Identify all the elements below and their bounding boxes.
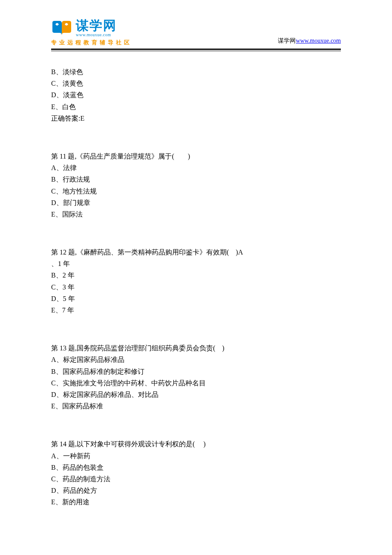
- option-line: C、药品的制造方法: [51, 473, 341, 485]
- option-line: D、淡蓝色: [51, 89, 341, 101]
- option-line: C、地方性法规: [51, 185, 341, 197]
- option-line: C、实施批准文号治理的中药材、中药饮片品种名目: [51, 377, 341, 389]
- option-line: E、7 年: [51, 304, 341, 316]
- option-line: B、药品的包装盒: [51, 462, 341, 473]
- logo-tagline: 专业远程教育辅导社区: [51, 39, 132, 46]
- option-line: B、淡绿色: [51, 66, 341, 78]
- site-url-link[interactable]: www.mouxue.com: [296, 38, 341, 44]
- site-label: 谋学网: [278, 38, 296, 44]
- option-line: E、国家药品标准: [51, 400, 341, 412]
- option-line: B、国家药品标准的制定和修订: [51, 366, 341, 377]
- option-line: C、淡黄色: [51, 78, 341, 89]
- question-block: 第 12 题,《麻醉药品、第一类精神药品购用印鉴卡》有效期( )A 、1 年 B…: [51, 246, 341, 316]
- option-line: D、部门规章: [51, 197, 341, 208]
- option-line: 、1 年: [51, 258, 341, 269]
- option-line: D、5 年: [51, 293, 341, 304]
- question-block: 第 13 题,国务院药品监督治理部门组织药典委员会负责( ) A、标定国家药品标…: [51, 342, 341, 412]
- question-title: 第 13 题,国务院药品监督治理部门组织药典委员会负责( ): [51, 342, 341, 354]
- option-line: D、药品的处方: [51, 485, 341, 496]
- question-block: 第 11 题,《药品生产质量治理规范》属于( ) A、法律 B、行政法规 C、地…: [51, 150, 341, 220]
- option-line: A、法律: [51, 162, 341, 173]
- option-line: A、标定国家药品标准品: [51, 354, 341, 365]
- book-logo-icon: [51, 19, 72, 37]
- option-line: E、新的用途: [51, 496, 341, 508]
- answer-line: 正确答案:E: [51, 113, 341, 124]
- document-content: B、淡绿色 C、淡黄色 D、淡蓝色 E、白色 正确答案:E 第 11 题,《药品…: [51, 66, 341, 508]
- option-line: D、标定国家药品的标准品、对比品: [51, 389, 341, 400]
- partial-question-block: B、淡绿色 C、淡黄色 D、淡蓝色 E、白色 正确答案:E: [51, 66, 341, 124]
- question-title: 第 11 题,《药品生产质量治理规范》属于( ): [51, 150, 341, 162]
- logo-block: 谋学网 www.mouxue.com 专业远程教育辅导社区: [51, 19, 132, 46]
- logo-url: www.mouxue.com: [76, 33, 117, 37]
- option-line: B、2 年: [51, 269, 341, 281]
- header-divider-thick: [51, 49, 341, 50]
- question-title: 第 14 题,以下对象中可获得外观设计专利权的是( ): [51, 438, 341, 450]
- logo-title: 谋学网: [76, 19, 117, 32]
- header-site-link: 谋学网www.mouxue.com: [278, 37, 341, 46]
- option-line: A、一种新药: [51, 450, 341, 462]
- page-header: 谋学网 www.mouxue.com 专业远程教育辅导社区 谋学网www.mou…: [51, 19, 341, 49]
- option-line: E、国际法: [51, 208, 341, 220]
- header-divider-thin: [51, 51, 341, 51]
- option-line: B、行政法规: [51, 173, 341, 185]
- option-line: E、白色: [51, 101, 341, 113]
- question-title: 第 12 题,《麻醉药品、第一类精神药品购用印鉴卡》有效期( )A: [51, 246, 341, 258]
- question-block: 第 14 题,以下对象中可获得外观设计专利权的是( ) A、一种新药 B、药品的…: [51, 438, 341, 508]
- option-line: C、3 年: [51, 281, 341, 293]
